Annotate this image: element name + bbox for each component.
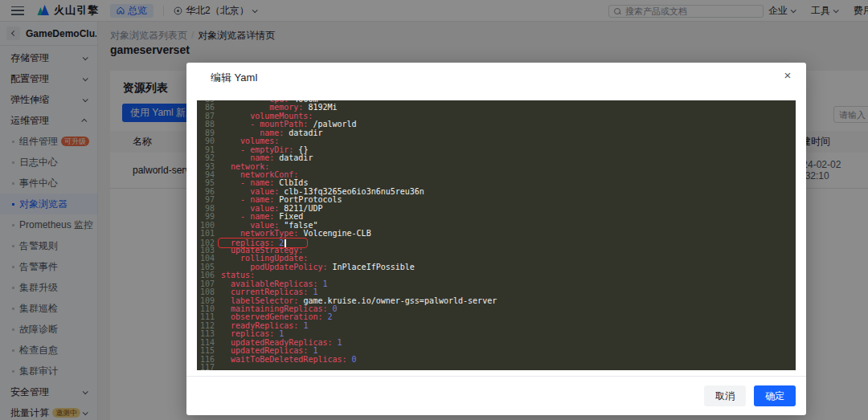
yaml-line: 112 readyReplicas: 1	[197, 322, 796, 330]
line-number: 92	[197, 154, 221, 162]
yaml-line: 92 name: datadir	[197, 154, 796, 162]
line-number: 99	[197, 213, 221, 221]
line-number: 108	[197, 288, 221, 296]
yaml-code: 85 cpu: 4000m86 memory: 8192Mi87 volumeM…	[197, 100, 796, 370]
yaml-line: 89 name: datadir	[197, 129, 796, 137]
yaml-line: 101 networkType: Volcengine-CLB	[197, 230, 796, 238]
line-number: 101	[197, 230, 221, 238]
close-icon[interactable]: ×	[780, 68, 795, 83]
screen: 火山引擎 总览 华北2（北京） 企业工具费用支持 GameDemoClu...	[0, 0, 868, 420]
modal-footer: 取消 确定	[186, 376, 806, 415]
yaml-line: 117	[197, 364, 796, 370]
modal-title: 编辑 Yaml	[211, 71, 257, 85]
yaml-line: 116 waitToBeDeletedReplicas: 0	[197, 356, 796, 364]
edit-yaml-modal: 编辑 Yaml × 85 cpu: 4000m86 memory: 8192Mi…	[186, 63, 806, 415]
modal-header: 编辑 Yaml ×	[186, 63, 806, 88]
yaml-editor[interactable]: 85 cpu: 4000m86 memory: 8192Mi87 volumeM…	[197, 100, 796, 370]
line-number: 115	[197, 347, 221, 355]
confirm-button[interactable]: 确定	[754, 385, 796, 406]
line-number: 117	[197, 364, 221, 370]
cancel-button[interactable]: 取消	[704, 385, 746, 406]
yaml-line: 105 podUpdatePolicy: InPlaceIfPossible	[197, 263, 796, 271]
